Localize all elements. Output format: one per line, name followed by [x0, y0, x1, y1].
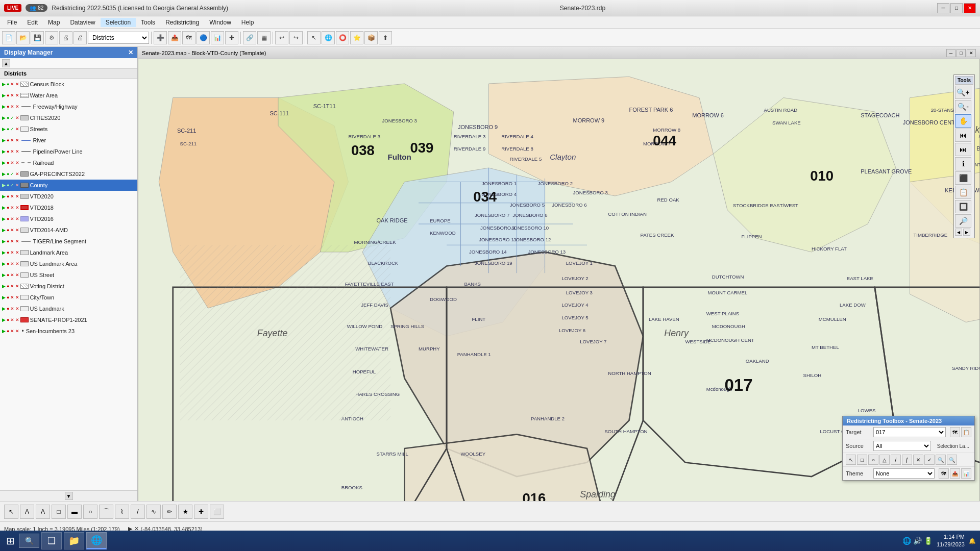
- bt-rect[interactable]: □: [52, 505, 66, 519]
- info-tool[interactable]: ℹ: [955, 157, 971, 170]
- open-button[interactable]: 📂: [16, 31, 30, 44]
- zoom-extent-tool[interactable]: 🔲: [955, 200, 971, 213]
- bt-extra[interactable]: ⬜: [210, 505, 224, 519]
- target-icon1[interactable]: 🗺: [950, 427, 960, 437]
- settings-button[interactable]: ⚙: [45, 31, 58, 44]
- close-button[interactable]: ✕: [964, 3, 976, 13]
- layer-landmark-area[interactable]: ▶ ● ✕ ✕ Landmark Area: [0, 247, 137, 258]
- extra-tool[interactable]: 📋: [955, 186, 971, 199]
- scroll-up-btn[interactable]: ▲: [2, 59, 10, 67]
- explorer-button[interactable]: 📁: [64, 532, 84, 549]
- menu-window[interactable]: Window: [204, 18, 236, 27]
- bt-curve[interactable]: ∿: [146, 505, 161, 519]
- sidebar-close-icon[interactable]: ✕: [128, 49, 133, 56]
- minimize-button[interactable]: ─: [937, 3, 949, 13]
- layer-water-area[interactable]: ▶ ● ✕ ✕ Water Area: [0, 90, 137, 101]
- tb-cancel[interactable]: ✕: [913, 455, 923, 465]
- menu-redistricting[interactable]: Redistricting: [160, 18, 204, 27]
- layer-us-landmark[interactable]: ▶ ● ✕ ✕ US Landmark: [0, 303, 137, 314]
- export2-button[interactable]: ⬆: [379, 31, 392, 44]
- menu-edit[interactable]: Edit: [22, 18, 43, 27]
- layer-vtd2020[interactable]: ▶ ● ✕ ✕ VTD2020: [0, 191, 137, 202]
- menu-file[interactable]: File: [2, 18, 22, 27]
- notification-icon[interactable]: 🔔: [969, 538, 976, 544]
- tb-check[interactable]: ✓: [924, 455, 935, 465]
- menu-tools[interactable]: Tools: [136, 18, 160, 27]
- layer-river[interactable]: ▶ ● ✕ ✕ River: [0, 135, 137, 146]
- tb-zoomout[interactable]: 🔍: [947, 455, 957, 465]
- layer-vtd2014[interactable]: ▶ ● ✕ ✕ VTD2014-AMD: [0, 224, 137, 236]
- menu-dataview[interactable]: Dataview: [65, 18, 100, 27]
- bt-line[interactable]: /: [131, 505, 145, 519]
- rewind-tool[interactable]: ⏮: [955, 129, 971, 142]
- globe-button[interactable]: 🌐: [322, 31, 335, 44]
- cursor-button[interactable]: ↖: [307, 31, 321, 44]
- export-button[interactable]: 📤: [168, 31, 181, 44]
- tb-poly[interactable]: △: [879, 455, 890, 465]
- tb-zoomin[interactable]: 🔍: [936, 455, 946, 465]
- theme-icon3[interactable]: 📊: [961, 468, 971, 479]
- bt-arc[interactable]: ⌒: [99, 505, 113, 519]
- bt-circle[interactable]: ○: [83, 505, 97, 519]
- menu-selection[interactable]: Selection: [101, 18, 136, 27]
- bt-select[interactable]: ✚: [194, 505, 208, 519]
- print-button[interactable]: 🖨: [74, 31, 87, 44]
- layer-voting-district[interactable]: ▶ ● ✕ ✕ Voting District: [0, 281, 137, 292]
- scroll-down-btn[interactable]: ▼: [65, 492, 73, 500]
- layer-freeway[interactable]: ▶ ● ✕ ✕ Freeway/Highway: [0, 101, 137, 112]
- layer-census-block[interactable]: ▶ ● ✕ ✕ Census Block: [0, 79, 137, 90]
- map-maximize-btn[interactable]: □: [957, 49, 966, 57]
- circle-button[interactable]: ⭕: [336, 31, 349, 44]
- tb-arrow[interactable]: ↖: [846, 455, 856, 465]
- add-button[interactable]: ➕: [154, 31, 167, 44]
- layer-senate-prop1[interactable]: ▶ ● ✕ ✕ SENATE-PROP1-2021: [0, 314, 137, 325]
- bt-arrow[interactable]: ↖: [4, 505, 18, 519]
- star-button[interactable]: ⭐: [350, 31, 363, 44]
- tb-line[interactable]: /: [891, 455, 901, 465]
- print-preview-button[interactable]: 🖨: [59, 31, 72, 44]
- select-button[interactable]: ✚: [225, 31, 238, 44]
- menu-help[interactable]: Help: [236, 18, 259, 27]
- redo-button[interactable]: ↪: [289, 31, 303, 44]
- select-tool[interactable]: ⬛: [955, 171, 971, 185]
- layer-cities2020[interactable]: ▶ ● ✓ ✕ CITIES2020: [0, 112, 137, 123]
- tb-formula[interactable]: ƒ: [902, 455, 912, 465]
- taskview-button[interactable]: ❑: [41, 532, 62, 549]
- redistricting-app-button[interactable]: 🌐: [86, 532, 107, 549]
- layer-vtd2016[interactable]: ▶ ● ✕ ✕ VTD2016: [0, 213, 137, 224]
- target-dropdown[interactable]: 017: [873, 427, 946, 437]
- tools-extra[interactable]: 📦: [364, 31, 378, 44]
- layer-railroad[interactable]: ▶ ● ✕ ✕ Railroad: [0, 157, 137, 168]
- map-minimize-btn[interactable]: ─: [946, 49, 955, 57]
- layer-us-landmark-area[interactable]: ▶ ● ✕ ✕ US Landmark Area: [0, 258, 137, 269]
- layer-county[interactable]: ▶ ● ✓ ✕ County: [0, 180, 137, 191]
- map-close-btn[interactable]: ✕: [967, 49, 976, 57]
- theme-icon2[interactable]: 📤: [950, 468, 960, 479]
- forward-tool[interactable]: ⏭: [955, 143, 971, 156]
- zoom-in-tool[interactable]: 🔍+: [955, 86, 971, 99]
- search-tool[interactable]: 🔎: [955, 214, 971, 228]
- layer-streets[interactable]: ▶ ● ✓ ✕ Streets: [0, 123, 137, 135]
- zoom-out-tool[interactable]: 🔍-: [955, 100, 971, 113]
- arrow-right-tool[interactable]: ▶: [963, 229, 970, 236]
- save-button[interactable]: 💾: [31, 31, 44, 44]
- undo-button[interactable]: ↩: [275, 31, 288, 44]
- bt-star[interactable]: ★: [178, 505, 192, 519]
- start-button[interactable]: ⊞: [4, 533, 17, 549]
- table-button[interactable]: ▦: [257, 31, 271, 44]
- layer-tiger[interactable]: ▶ ● ✕ ✕ TIGER/Line Segment: [0, 236, 137, 247]
- bt-freehand[interactable]: ✏: [162, 505, 177, 519]
- layer-us-street[interactable]: ▶ ● ✕ ✕ US Street: [0, 269, 137, 281]
- tb-rect[interactable]: □: [857, 455, 867, 465]
- layer-ga-precincts[interactable]: ▶ ● ✓ ✕ GA-PRECINCTS2022: [0, 168, 137, 180]
- tb-circle[interactable]: ○: [868, 455, 878, 465]
- layer-sen-incumbents[interactable]: ▶ ● ✕ ✕ • Sen-Incumbents 23: [0, 325, 137, 337]
- bt-polyline[interactable]: ⌇: [115, 505, 129, 519]
- bt-rect2[interactable]: ▬: [67, 505, 82, 519]
- search-button[interactable]: 🔍: [19, 534, 39, 548]
- maximize-button[interactable]: □: [950, 3, 963, 13]
- menu-map[interactable]: Map: [43, 18, 65, 27]
- pan-tool[interactable]: ✋: [955, 114, 971, 128]
- districts-dropdown[interactable]: Districts: [88, 32, 149, 44]
- theme-icon1[interactable]: 🗺: [939, 468, 949, 479]
